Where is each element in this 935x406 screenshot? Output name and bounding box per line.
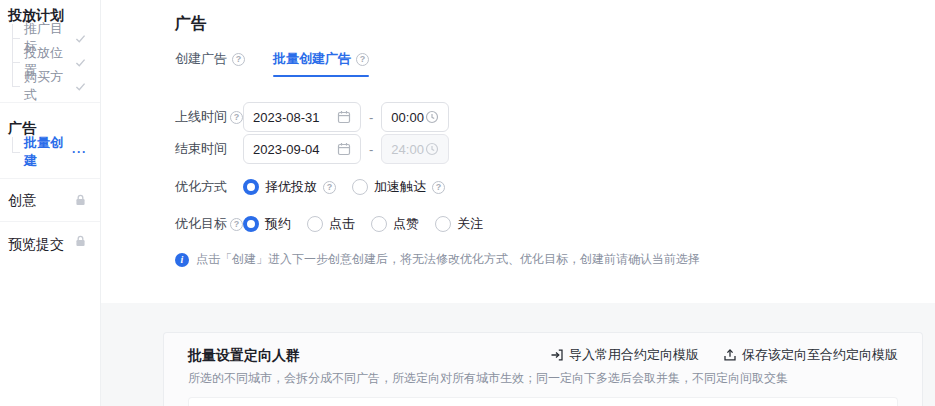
field-label: 优化方式	[175, 178, 227, 196]
clock-icon	[425, 110, 439, 124]
radio-follow[interactable]: 关注	[435, 215, 483, 233]
end-time-label: 结束时间	[175, 140, 243, 158]
sidebar-group-plan: 投放计划 推广目标 投放位置 购买方式	[0, 0, 100, 103]
field-label: 优化目标	[175, 215, 227, 233]
ad-form: 上线时间 ? 2023-08-31 - 00:0	[175, 102, 935, 268]
radio-label: 关注	[457, 215, 483, 233]
sidebar-group-creative[interactable]: 创意	[0, 179, 100, 222]
check-icon	[74, 56, 87, 69]
tab-label: 创建广告	[175, 50, 227, 68]
tab-label: 批量创建广告	[273, 50, 351, 68]
tab-batch-create-ad[interactable]: 批量创建广告 ?	[273, 50, 369, 77]
notice-text: 点击「创建」进入下一步创意创建后，将无法修改优化方式、优化目标，创建前请确认当前…	[196, 251, 700, 268]
help-icon[interactable]: ?	[230, 218, 243, 231]
radio-label: 预约	[265, 215, 291, 233]
radio-unselected-icon[interactable]	[371, 216, 387, 232]
optimize-method-label: 优化方式	[175, 178, 243, 196]
help-icon[interactable]: ?	[232, 53, 245, 66]
radio-label: 点击	[329, 215, 355, 233]
end-time-row: 结束时间 2023-09-04 - 24:00	[175, 134, 935, 164]
targeting-section: 批量设置定向人群 所选的不同城市，会拆分成不同广告，所选定向对所有城市生效；同一…	[101, 303, 935, 406]
start-date-value: 2023-08-31	[253, 110, 320, 125]
field-label: 上线时间	[175, 108, 227, 126]
tab-create-ad[interactable]: 创建广告 ?	[175, 50, 245, 77]
sidebar-group-ad: 广告 批量创建 ···	[0, 103, 100, 179]
radio-unselected-icon[interactable]	[435, 216, 451, 232]
targeting-card: 批量设置定向人群 所选的不同城市，会拆分成不同广告，所选定向对所有城市生效；同一…	[163, 332, 923, 406]
info-icon: i	[175, 253, 189, 267]
lock-icon	[74, 193, 87, 207]
radio-reservation[interactable]: 预约	[243, 215, 291, 233]
sidebar-item-buy-mode[interactable]: 购买方式	[0, 74, 100, 98]
radio-click[interactable]: 点击	[307, 215, 355, 233]
clock-icon	[425, 142, 439, 156]
targeting-inner-panel	[188, 397, 898, 406]
radio-selected-icon[interactable]	[243, 179, 259, 195]
optimize-goal-row: 优化目标 ? 预约 点击 点	[175, 215, 935, 233]
radio-label: 加速触达	[374, 178, 426, 196]
end-date-value: 2023-09-04	[253, 142, 320, 157]
help-icon[interactable]: ?	[356, 53, 369, 66]
optimize-method-row: 优化方式 择优投放 ? 加速触达 ?	[175, 178, 935, 196]
app-window: 投放计划 推广目标 投放位置 购买方式 广告	[0, 0, 935, 406]
sidebar-item-preview-submit: 预览提交	[8, 234, 64, 254]
radio-selected-icon[interactable]	[243, 216, 259, 232]
help-icon[interactable]: ?	[230, 111, 243, 124]
help-icon[interactable]: ?	[323, 181, 336, 194]
sidebar-item-label: 批量创建	[24, 134, 72, 170]
calendar-icon	[337, 110, 351, 124]
import-icon	[550, 348, 564, 362]
ad-form-section: 广告 创建广告 ? 批量创建广告 ? 上线时间 ?	[101, 0, 935, 303]
radio-accelerated-reach[interactable]: 加速触达 ?	[352, 178, 445, 196]
optimize-goal-label: 优化目标 ?	[175, 215, 243, 233]
field-label: 结束时间	[175, 140, 227, 158]
start-time-row: 上线时间 ? 2023-08-31 - 00:0	[175, 102, 935, 132]
check-icon	[74, 32, 87, 45]
save-icon	[723, 348, 737, 362]
range-separator: -	[369, 110, 373, 125]
ad-tabs: 创建广告 ? 批量创建广告 ?	[175, 50, 935, 77]
sidebar-group-preview[interactable]: 预览提交	[0, 222, 100, 254]
sidebar-item-batch-create[interactable]: 批量创建 ···	[0, 139, 100, 165]
start-date-input[interactable]: 2023-08-31	[243, 102, 361, 132]
range-separator: -	[369, 142, 373, 157]
import-template-link[interactable]: 导入常用合约定向模版	[550, 346, 699, 364]
end-date-input[interactable]: 2023-09-04	[243, 134, 361, 164]
create-notice: i 点击「创建」进入下一步创意创建后，将无法修改优化方式、优化目标，创建前请确认…	[175, 251, 935, 268]
help-icon[interactable]: ?	[432, 181, 445, 194]
start-time-label: 上线时间 ?	[175, 108, 243, 126]
sidebar-plan-substeps: 推广目标 投放位置 购买方式	[0, 26, 100, 98]
sidebar-item-label: 购买方式	[24, 68, 74, 104]
targeting-subtitle: 所选的不同城市，会拆分成不同广告，所选定向对所有城市生效；同一定向下多选后会取并…	[188, 370, 898, 387]
main-content: 广告 创建广告 ? 批量创建广告 ? 上线时间 ?	[101, 0, 935, 406]
page-title: 广告	[175, 14, 935, 34]
link-label: 导入常用合约定向模版	[569, 346, 699, 364]
sidebar-item-creative: 创意	[8, 190, 36, 210]
start-hour-input[interactable]: 00:00	[381, 102, 449, 132]
radio-like[interactable]: 点赞	[371, 215, 419, 233]
radio-label: 点赞	[393, 215, 419, 233]
radio-label: 择优投放	[265, 178, 317, 196]
sidebar-ad-substeps: 批量创建 ···	[0, 139, 100, 165]
start-hour-value: 00:00	[391, 110, 424, 125]
wizard-sidebar: 投放计划 推广目标 投放位置 购买方式 广告	[0, 0, 101, 406]
calendar-icon	[337, 142, 351, 156]
template-actions: 导入常用合约定向模版 保存该定向至合约定向模版	[550, 346, 898, 364]
more-icon[interactable]: ···	[72, 146, 87, 158]
end-hour-value: 24:00	[391, 142, 424, 157]
optimize-goal-options: 预约 点击 点赞 关注	[243, 215, 499, 233]
check-icon	[74, 80, 87, 93]
radio-unselected-icon[interactable]	[352, 179, 368, 195]
optimize-method-options: 择优投放 ? 加速触达 ?	[243, 178, 461, 196]
radio-unselected-icon[interactable]	[307, 216, 323, 232]
end-hour-input-disabled: 24:00	[381, 134, 449, 164]
lock-icon	[74, 234, 87, 248]
radio-smart-delivery[interactable]: 择优投放 ?	[243, 178, 336, 196]
save-template-link[interactable]: 保存该定向至合约定向模版	[723, 346, 898, 364]
link-label: 保存该定向至合约定向模版	[742, 346, 898, 364]
